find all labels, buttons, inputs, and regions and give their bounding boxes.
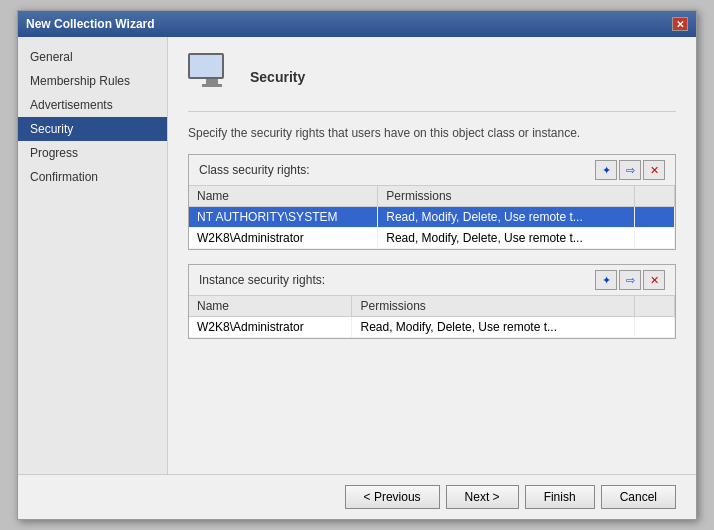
row-permissions: Read, Modify, Delete, Use remote t...: [378, 207, 635, 228]
row-extra: [635, 207, 675, 228]
class-security-table: Name Permissions NT AUTHORITY\SYSTEM Rea…: [189, 186, 675, 249]
section-icon: [188, 53, 236, 101]
row-name: W2K8\Administrator: [189, 317, 352, 338]
sidebar-item-security[interactable]: Security: [18, 117, 167, 141]
class-security-section: Class security rights: ✦ ⇨ ✕ Name Permis…: [188, 154, 676, 250]
window-title: New Collection Wizard: [26, 17, 155, 31]
table-row[interactable]: NT AUTHORITY\SYSTEM Read, Modify, Delete…: [189, 207, 675, 228]
class-security-table-head: Name Permissions: [189, 186, 675, 207]
section-title: Security: [250, 69, 305, 85]
header-section: Security: [188, 53, 676, 112]
inst-col-name: Name: [189, 296, 352, 317]
close-button[interactable]: ✕: [672, 17, 688, 31]
finish-button[interactable]: Finish: [525, 485, 595, 509]
instance-security-buttons: ✦ ⇨ ✕: [595, 270, 665, 290]
monitor-base-shape: [202, 84, 222, 87]
class-col-permissions: Permissions: [378, 186, 635, 207]
next-button[interactable]: Next >: [446, 485, 519, 509]
footer: < Previous Next > Finish Cancel: [18, 474, 696, 519]
sidebar-item-membership-rules[interactable]: Membership Rules: [18, 69, 167, 93]
class-col-name: Name: [189, 186, 378, 207]
row-permissions: Read, Modify, Delete, Use remote t...: [378, 228, 635, 249]
sidebar-item-advertisements[interactable]: Advertisements: [18, 93, 167, 117]
description-text: Specify the security rights that users h…: [188, 126, 676, 140]
instance-security-table-container: Name Permissions W2K8\Administrator Read…: [189, 296, 675, 338]
main-content: Security Specify the security rights tha…: [168, 37, 696, 474]
table-row[interactable]: W2K8\Administrator Read, Modify, Delete,…: [189, 228, 675, 249]
instance-security-table: Name Permissions W2K8\Administrator Read…: [189, 296, 675, 338]
class-col-extra: [635, 186, 675, 207]
table-row[interactable]: W2K8\Administrator Read, Modify, Delete,…: [189, 317, 675, 338]
instance-security-table-body: W2K8\Administrator Read, Modify, Delete,…: [189, 317, 675, 338]
wizard-window: New Collection Wizard ✕ GeneralMembershi…: [17, 10, 697, 520]
title-bar: New Collection Wizard ✕: [18, 11, 696, 37]
class-security-header: Class security rights: ✦ ⇨ ✕: [189, 155, 675, 186]
previous-button[interactable]: < Previous: [345, 485, 440, 509]
monitor-screen-shape: [188, 53, 224, 79]
window-body: GeneralMembership RulesAdvertisementsSec…: [18, 37, 696, 474]
class-security-table-container: Name Permissions NT AUTHORITY\SYSTEM Rea…: [189, 186, 675, 249]
cancel-button[interactable]: Cancel: [601, 485, 676, 509]
class-security-edit-button[interactable]: ⇨: [619, 160, 641, 180]
instance-security-add-button[interactable]: ✦: [595, 270, 617, 290]
row-extra: [635, 317, 675, 338]
instance-security-title: Instance security rights:: [199, 273, 325, 287]
row-permissions: Read, Modify, Delete, Use remote t...: [352, 317, 635, 338]
row-extra: [635, 228, 675, 249]
sidebar-item-general[interactable]: General: [18, 45, 167, 69]
instance-security-table-head: Name Permissions: [189, 296, 675, 317]
instance-security-section: Instance security rights: ✦ ⇨ ✕ Name Per…: [188, 264, 676, 339]
row-name: W2K8\Administrator: [189, 228, 378, 249]
instance-security-header: Instance security rights: ✦ ⇨ ✕: [189, 265, 675, 296]
inst-col-extra: [635, 296, 675, 317]
class-security-title: Class security rights:: [199, 163, 310, 177]
instance-security-edit-button[interactable]: ⇨: [619, 270, 641, 290]
class-security-delete-button[interactable]: ✕: [643, 160, 665, 180]
inst-col-permissions: Permissions: [352, 296, 635, 317]
sidebar: GeneralMembership RulesAdvertisementsSec…: [18, 37, 168, 474]
class-security-buttons: ✦ ⇨ ✕: [595, 160, 665, 180]
instance-security-delete-button[interactable]: ✕: [643, 270, 665, 290]
sidebar-item-progress[interactable]: Progress: [18, 141, 167, 165]
class-security-table-body: NT AUTHORITY\SYSTEM Read, Modify, Delete…: [189, 207, 675, 249]
row-name: NT AUTHORITY\SYSTEM: [189, 207, 378, 228]
class-security-add-button[interactable]: ✦: [595, 160, 617, 180]
sidebar-item-confirmation[interactable]: Confirmation: [18, 165, 167, 189]
